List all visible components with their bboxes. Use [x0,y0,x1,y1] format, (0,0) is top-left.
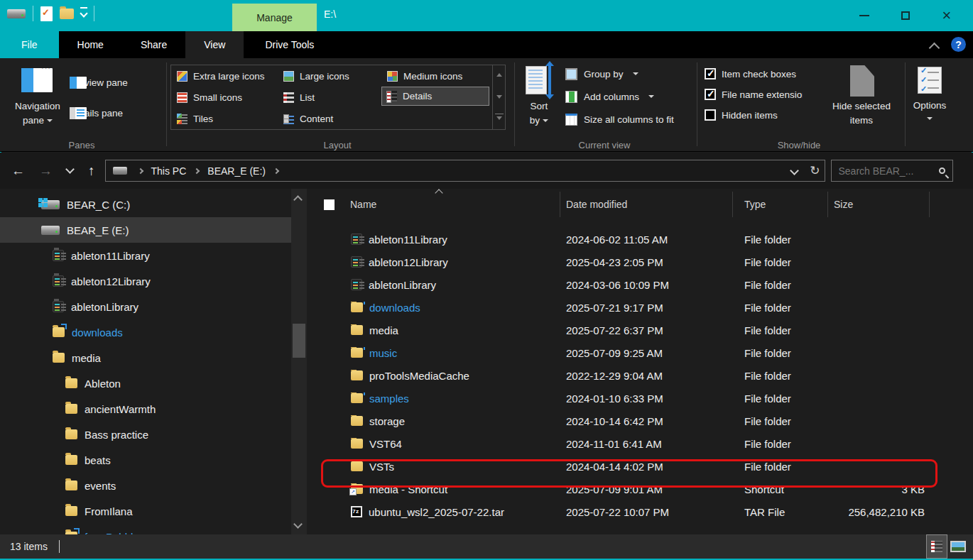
search-input[interactable] [832,165,924,177]
layout-content[interactable]: Content [279,109,337,128]
select-all-checkbox[interactable] [324,199,335,210]
address-dropdown-chevron-icon[interactable] [791,168,798,175]
details-view-button[interactable] [926,534,947,559]
file-name: ableton11Library [369,234,447,246]
tree-item-ableton12library[interactable]: ableton12Library [0,268,311,294]
add-columns-button[interactable]: Add columns [565,89,654,104]
navigation-pane-button[interactable]: Navigation pane [6,99,70,128]
breadcrumb-this-pc[interactable]: This PC [150,165,188,177]
tree-item-ableton[interactable]: Ableton [0,370,311,396]
scrollbar-down-icon[interactable] [295,521,302,528]
customize-chevron-icon[interactable] [81,11,87,16]
tree-item-bear-c[interactable]: BEAR_C (C:) [0,192,311,217]
tree-item-beats[interactable]: beats [0,447,311,473]
file-name: downloads [369,302,420,314]
scroll-up-icon[interactable] [496,73,502,77]
up-button[interactable]: ↑ [88,163,95,179]
table-row[interactable]: music 2025-07-09 9:25 AM File folder [314,341,973,364]
folder-icon[interactable] [60,9,74,19]
tree-item-media[interactable]: media [0,345,311,370]
chevron-down-icon [927,117,933,120]
breadcrumb-drive-e[interactable]: BEAR_E (E:) [206,165,267,177]
table-row[interactable]: ableton12Library 2025-04-23 2:05 PM File… [314,251,973,273]
gallery-more-icon[interactable] [496,116,502,120]
tree-item-ancientwarmth[interactable]: ancientWarmth [0,396,311,422]
scrollbar-thumb[interactable] [293,324,305,358]
tab-drive-tools[interactable]: Drive Tools [246,31,332,58]
minimize-button[interactable] [844,0,885,31]
recent-locations-chevron-icon[interactable] [67,166,74,173]
table-row[interactable]: samples 2024-01-10 6:33 PM File folder [314,387,973,410]
layout-list[interactable]: List [279,88,319,107]
layout-large-icons[interactable]: Large icons [279,67,354,86]
tab-view[interactable]: View [185,31,244,58]
preview-pane-button[interactable]: Preview pane [70,77,128,88]
tree-item-abletonlibrary[interactable]: abletonLibrary [0,294,311,319]
forward-button[interactable]: → [39,163,53,179]
table-row[interactable]: VSTs 2024-04-14 4:02 PM File folder [314,455,973,478]
table-row-highlighted[interactable]: ubuntu_wsl2_2025-07-22.tar 2025-07-22 10… [314,500,973,523]
group-by-button[interactable]: Group by [565,67,638,81]
checkbox-unchecked-icon [705,109,716,121]
column-header-size[interactable]: Size [828,192,930,217]
layout-medium-icons[interactable]: Medium icons [383,67,467,86]
details-pane-button[interactable]: Details pane [70,108,123,119]
tree-item-bass-practice[interactable]: Bass practice [0,422,311,447]
thumbnails-view-button[interactable] [947,534,969,559]
maximize-button[interactable] [885,0,926,31]
tree-item-bear-e[interactable]: BEAR_E (E:) [0,217,291,243]
tree-item-downloads[interactable]: downloads [0,319,311,345]
layout-extra-large-icons[interactable]: Extra large icons [173,67,269,86]
divider [94,6,94,21]
address-box[interactable]: This PC BEAR_E (E:) ↻ [105,160,825,182]
table-row[interactable]: abletonLibrary 2024-03-06 10:09 PM File … [314,273,973,296]
breadcrumb-chevron-icon [194,168,200,173]
search-box[interactable] [831,160,953,182]
layout-small-icons[interactable]: Small icons [173,88,246,107]
size-all-columns-button[interactable]: Size all columns to fit [565,112,674,126]
add-columns-icon [565,91,577,103]
file-type: File folder [733,256,828,268]
table-row[interactable]: storage 2024-10-14 6:42 PM File folder [314,410,973,432]
tree-item-frompebbles-partial[interactable]: fromPebbles [0,524,311,534]
tree-item-ableton11library[interactable]: ableton11Library [0,243,311,268]
check-document-icon[interactable] [40,6,53,21]
chevron-down-icon [648,95,654,98]
search-icon[interactable] [939,168,945,174]
manage-tool-tab[interactable]: Manage [232,4,317,31]
file-date: 2025-07-22 10:07 PM [560,506,733,518]
back-button[interactable]: ← [11,163,25,179]
tree-item-events[interactable]: events [0,473,311,498]
scrollbar-up-icon[interactable] [295,194,302,202]
table-row[interactable]: media - Shortcut 2025-07-09 9:01 AM Shor… [314,478,973,500]
refresh-icon[interactable]: ↻ [810,163,820,178]
navigation-pane-icon[interactable] [21,68,53,92]
tab-share[interactable]: Share [122,31,185,58]
table-row[interactable]: proToolsMediaCache 2022-12-29 9:04 AM Fi… [314,364,973,387]
table-row[interactable]: VST64 2024-11-01 6:41 AM File folder [314,432,973,455]
layout-details-selected[interactable]: Details [381,87,489,106]
table-row[interactable]: ableton11Library 2024-06-02 11:05 AM Fil… [314,228,973,251]
options-button[interactable]: Options [910,99,950,125]
tiles-icon [177,114,187,124]
sort-by-button[interactable]: Sort by [522,99,556,128]
help-icon[interactable]: ? [951,37,966,52]
collapse-ribbon-icon[interactable] [930,41,939,50]
tab-home[interactable]: Home [59,31,122,58]
hidden-items-checkbox[interactable]: Hidden items [705,109,803,121]
gallery-scroll-arrows[interactable] [492,65,505,129]
close-button[interactable]: × [926,0,967,31]
layout-tiles[interactable]: Tiles [173,109,217,128]
column-header-date-modified[interactable]: Date modified [560,192,733,217]
scroll-down-icon[interactable] [496,95,502,99]
show-hide-group-label: Show/hide [746,140,852,150]
file-name-extensions-checkbox[interactable]: File name extensions [705,88,803,101]
column-header-type[interactable]: Type [733,192,828,217]
sidebar-scrollbar[interactable] [291,189,307,534]
hide-selected-items-button[interactable]: Hide selected items [824,99,899,128]
table-row[interactable]: media 2025-07-22 6:37 PM File folder [314,319,973,341]
item-check-boxes-checkbox[interactable]: Item check boxes [705,67,803,80]
tree-item-fromilana[interactable]: FromIlana [0,498,311,524]
tab-file[interactable]: File [0,31,59,58]
table-row[interactable]: downloads 2025-07-21 9:17 PM File folder [314,296,973,319]
